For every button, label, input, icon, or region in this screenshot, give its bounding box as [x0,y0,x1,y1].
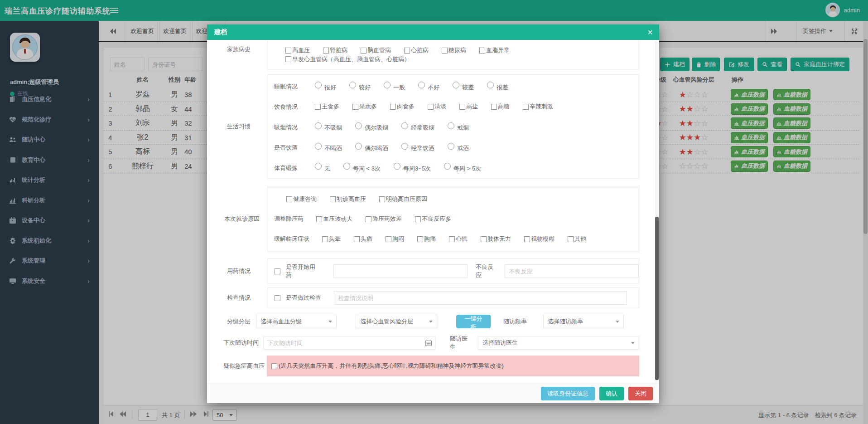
close-icon[interactable]: × [647,28,653,37]
modal-button-读取身份证信息[interactable]: 读取身份证信息 [541,387,595,400]
analyze-button[interactable]: 一键分析 [456,315,491,328]
radio-icon [401,122,408,129]
risk-select[interactable]: 选择心血管风险分层 [356,315,437,328]
checkbox-icon [386,236,391,242]
checkbox-option-肾脏病[interactable]: 肾脏病 [323,46,347,54]
checkbox-option-明确高血压原因[interactable]: 明确高血压原因 [379,195,427,203]
checkbox-option-清淡[interactable]: 清淡 [428,102,446,111]
checkbox-option-高盐[interactable]: 高盐 [459,102,478,111]
medication-checkbox[interactable] [275,268,280,274]
option-label: 降压药效差 [372,215,402,223]
checkbox-icon [491,104,497,110]
checkbox-option-胸痛[interactable]: 胸痛 [417,235,436,243]
option-label: 无 [324,165,330,173]
radio-option-很差[interactable]: 很差 [487,83,508,92]
radio-option-无[interactable]: 无 [315,165,330,173]
checkbox-option-视物模糊[interactable]: 视物模糊 [524,235,555,243]
modal-button-确认[interactable]: 确认 [599,387,624,400]
radio-option-不喝酒[interactable]: 不喝酒 [315,144,342,152]
visit-reason-section: 本次就诊原因 健康咨询初诊高血压明确高血压原因调整降压药血压波动大降压药效差不良… [223,186,639,252]
lifestyle-options: 很好较好一般不好较差很差 [315,82,521,92]
radio-icon [315,163,322,170]
radio-option-不好[interactable]: 不好 [418,83,439,92]
calendar-icon[interactable] [425,339,432,346]
checkbox-option-辛辣刺激[interactable]: 辛辣刺激 [523,102,553,111]
checkbox-option-头晕[interactable]: 头晕 [322,235,341,243]
checkbox-option-其他[interactable]: 其他 [568,235,586,243]
frequency-label: 随访频率 [503,317,527,326]
radio-option-每周 > 5次[interactable]: 每周 > 5次 [444,165,481,173]
doctor-label: 随访医生 [450,335,472,351]
checkbox-icon [330,196,336,202]
radio-option-一般[interactable]: 一般 [384,83,405,92]
examination-checkbox[interactable] [275,295,280,301]
emergency-checkbox[interactable] [271,363,277,369]
checkbox-option-头痛[interactable]: 头痛 [354,235,372,243]
checkbox-option-早发心血管病（高血压、脑血管病、心脏病）[interactable]: 早发心血管病（高血压、脑血管病、心脏病） [285,55,410,63]
checkbox-option-高血压[interactable]: 高血压 [285,46,310,54]
radio-option-戒烟[interactable]: 戒烟 [448,124,469,132]
radio-icon [355,122,362,129]
option-label: 较好 [359,83,371,92]
doctor-select[interactable]: 选择随访医生 [478,336,639,350]
lifestyle-row-label: 体育锻炼 [274,164,309,172]
radio-option-经常吸烟[interactable]: 经常吸烟 [401,124,434,132]
checkbox-option-健康咨询[interactable]: 健康咨询 [286,195,317,203]
adverse-input[interactable] [505,264,639,278]
checkbox-option-降压药效差[interactable]: 降压药效差 [366,215,402,223]
checkbox-option-脑血管病[interactable]: 脑血管病 [361,46,391,54]
option-label: 每周3~5次 [403,165,431,173]
radio-option-经常饮酒[interactable]: 经常饮酒 [401,144,434,152]
modal-scrollbar[interactable] [655,41,659,383]
checkbox-option-肢体无力[interactable]: 肢体无力 [481,235,511,243]
option-label: 视物模糊 [531,235,555,243]
examination-section: 检查情况 是否做过检查 [223,288,639,308]
checkbox-option-肉食多[interactable]: 肉食多 [390,102,415,111]
checkbox-option-高糖[interactable]: 高糖 [491,102,510,111]
grading-label: 分级分层 [223,317,252,326]
examination-box: 是否做过检查 [268,288,639,308]
radio-option-每周 < 3次[interactable]: 每周 < 3次 [343,165,381,173]
checkbox-option-初诊高血压[interactable]: 初诊高血压 [330,195,366,203]
radio-icon [453,82,459,88]
option-label: 血脂异常 [486,46,510,54]
visit-row-label: 缓解临床症状 [274,235,309,243]
radio-option-偶尔喝酒[interactable]: 偶尔喝酒 [355,144,388,152]
option-label: 高血压 [292,46,310,54]
radio-icon [487,82,494,88]
checkbox-option-血压波动大[interactable]: 血压波动大 [316,215,352,223]
checkbox-option-果蔬多[interactable]: 果蔬多 [352,102,377,111]
medication-input[interactable] [333,264,468,278]
checkbox-icon [323,48,329,54]
checkbox-option-不良反应多[interactable]: 不良反应多 [415,215,451,223]
checkbox-icon [417,236,423,242]
radio-option-很好[interactable]: 很好 [315,83,336,92]
option-label: 偶尔吸烟 [365,124,388,132]
radio-icon [384,82,391,88]
radio-option-较好[interactable]: 较好 [349,83,371,92]
radio-option-戒酒[interactable]: 戒酒 [448,144,469,152]
lifestyle-row-吸烟情况: 吸烟情况不吸烟偶尔吸烟经常吸烟戒烟 [268,117,639,138]
radio-option-较差[interactable]: 较差 [453,83,474,92]
option-label: 不吸烟 [324,124,342,132]
next-visit-date-input[interactable] [263,336,435,350]
radio-option-不吸烟[interactable]: 不吸烟 [315,124,342,132]
modal-button-关闭[interactable]: 关闭 [628,387,653,400]
option-label: 每周 < 3次 [353,165,381,173]
option-label: 胸痛 [424,235,436,243]
checkbox-icon [481,236,487,242]
risk-select-value: 选择心血管风险分层 [360,317,413,326]
checkbox-icon [315,104,321,110]
checkbox-option-心慌[interactable]: 心慌 [449,235,468,243]
checkbox-option-血脂异常[interactable]: 血脂异常 [479,46,510,54]
radio-option-每周3~5次[interactable]: 每周3~5次 [394,165,431,173]
radio-option-偶尔吸烟[interactable]: 偶尔吸烟 [355,124,388,132]
examination-input[interactable] [334,291,627,305]
checkbox-option-心脏病[interactable]: 心脏病 [404,46,429,54]
checkbox-option-糖尿病[interactable]: 糖尿病 [442,46,466,54]
option-label: 经常饮酒 [411,144,434,152]
checkbox-option-胸闷[interactable]: 胸闷 [386,235,404,243]
frequency-select[interactable]: 选择随访频率 [543,315,624,328]
checkbox-option-主食多[interactable]: 主食多 [315,102,339,111]
grade-select[interactable]: 选择高血压分级 [256,315,337,328]
